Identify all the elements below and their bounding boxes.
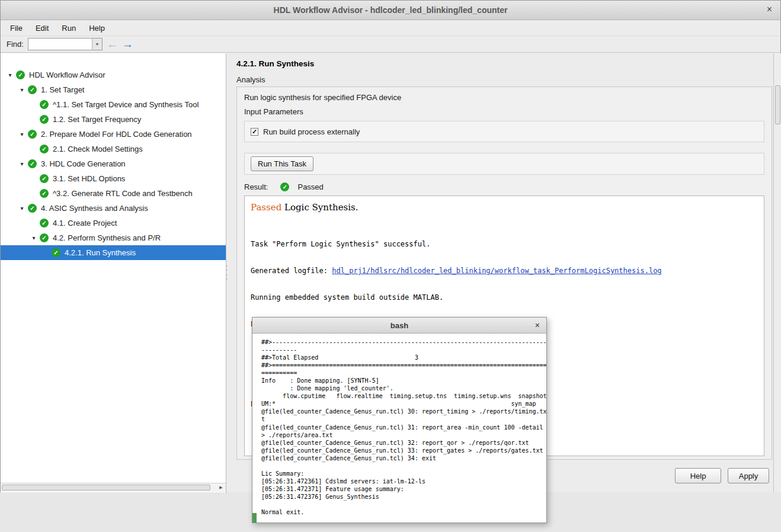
terminal-line: flow.cputime flow.realtime timing.setup.…	[261, 392, 546, 400]
terminal-line: @file(led_counter_Cadence_Genus_run.tcl)…	[261, 424, 546, 431]
apply-button[interactable]: Apply	[728, 468, 769, 483]
logfile-link[interactable]: hdl_prj1/hdlsrc/hdlcoder_led_blinking/wo…	[332, 267, 661, 275]
find-previous-button[interactable]: ←	[107, 39, 118, 50]
scrollbar-thumb[interactable]	[2, 485, 210, 491]
expander-icon[interactable]: ▾	[16, 205, 28, 211]
tree-item[interactable]: ✓2.1. Check Model Settings	[1, 142, 226, 156]
run-this-task-button[interactable]: Run This Task	[251, 156, 313, 171]
terminal-line: Info : Done mapping. [SYNTH-5]	[261, 377, 546, 384]
passed-check-icon: ✓	[40, 219, 49, 227]
terminal-line: [05:26:31.472371] Feature usage summary:	[261, 485, 546, 493]
run-externally-checkbox-label: Run build process externally	[263, 127, 360, 136]
scroll-right-arrow-icon[interactable]: ▶	[217, 484, 225, 491]
task-title: 4.2.1. Run Synthesis	[236, 59, 314, 68]
passed-check-icon: ✓	[52, 248, 60, 257]
tree-item-label: 2.1. Check Model Settings	[53, 145, 143, 153]
tree-item-label: 3.1. Set HDL Options	[53, 174, 125, 183]
terminal-output[interactable]: ##>-------------------------------------…	[252, 334, 546, 523]
terminal-line: @file(led_counter_Cadence_Genus_run.tcl)…	[261, 447, 546, 454]
result-heading-status: Passed	[251, 202, 281, 213]
passed-check-icon: ✓	[28, 204, 37, 213]
help-button[interactable]: Help	[675, 468, 721, 483]
window-close-icon[interactable]: ×	[767, 5, 772, 14]
find-label: Find:	[7, 40, 24, 49]
tree-item-label: 3. HDL Code Generation	[41, 159, 126, 168]
terminal-line	[261, 501, 546, 508]
expander-icon[interactable]: ▾	[16, 131, 28, 137]
tree-item-label: 1.2. Set Target Frequency	[53, 115, 141, 124]
passed-check-icon: ✓	[40, 233, 49, 242]
tree-item[interactable]: ✓1.2. Set Target Frequency	[1, 112, 226, 127]
tree-item[interactable]: ✓4.1. Create Project	[1, 216, 226, 230]
terminal-line: [05:26:31.472376] Genus_Synthesis	[261, 493, 546, 501]
window-titlebar[interactable]: HDL Workflow Advisor - hdlcoder_led_blin…	[1, 1, 780, 20]
tree-item[interactable]: ▾✓HDL Workflow Advisor	[1, 68, 226, 82]
tree-item-label: HDL Workflow Advisor	[29, 70, 105, 79]
terminal-line: > ./reports/area.txt	[261, 431, 546, 439]
expander-icon[interactable]: ▾	[28, 235, 40, 241]
terminal-line	[261, 462, 546, 470]
passed-check-icon: ✓	[28, 85, 37, 94]
result-passed-check-icon: ✓	[280, 182, 289, 191]
tree-item[interactable]: ▾✓1. Set Target	[1, 82, 226, 97]
terminal-titlebar[interactable]: bash ×	[252, 318, 546, 334]
log-line: Running embedded system build outside MA…	[251, 293, 662, 302]
terminal-line: Normal exit.	[261, 508, 546, 516]
find-input[interactable]	[28, 39, 92, 50]
log-line-prefix: Generated logfile:	[251, 267, 332, 275]
terminal-title: bash	[390, 321, 408, 330]
tree-item[interactable]: ✓^3.2. Generate RTL Code and Testbench	[1, 186, 226, 201]
run-externally-checkbox[interactable]: ✓	[251, 128, 258, 136]
terminal-line: ##>=====================================…	[261, 361, 546, 369]
terminal-close-icon[interactable]: ×	[535, 321, 540, 329]
find-dropdown-button[interactable]: ▼	[92, 39, 102, 50]
checkbox-check-icon: ✓	[252, 129, 257, 135]
find-toolbar: Find: ▼ ← →	[1, 36, 780, 53]
menu-edit[interactable]: Edit	[30, 21, 55, 35]
passed-check-icon: ✓	[28, 130, 37, 139]
passed-check-icon: ✓	[40, 115, 49, 124]
tree-item[interactable]: ▾✓3. HDL Code Generation	[1, 156, 226, 171]
chevron-down-icon: ▼	[95, 42, 99, 46]
terminal-line: @file(led_counter_Cadence_Genus_run.tcl)…	[261, 439, 546, 447]
tree-item-label: 1. Set Target	[41, 85, 84, 94]
tree-item[interactable]: ▾✓4.2. Perform Synthesis and P/R	[1, 230, 226, 245]
passed-check-icon: ✓	[16, 70, 25, 79]
bash-terminal-window: bash × ##>------------------------------…	[252, 317, 547, 523]
tree-horizontal-scrollbar[interactable]: ▶	[1, 483, 226, 492]
tree-item-label: 4.2. Perform Synthesis and P/R	[53, 233, 161, 242]
menu-run[interactable]: Run	[56, 21, 82, 35]
tree-item-label: 4.2.1. Run Synthesis	[65, 248, 136, 257]
scrollbar-thumb[interactable]	[775, 85, 780, 124]
expander-icon[interactable]: ▾	[4, 72, 16, 78]
tree-item[interactable]: ▾✓2. Prepare Model For HDL Code Generati…	[1, 127, 226, 142]
tree-item[interactable]: ✓^1.1. Set Target Device and Synthesis T…	[1, 97, 226, 112]
vertical-scrollbar[interactable]	[773, 53, 781, 492]
tree-item-label: 4.1. Create Project	[53, 219, 117, 227]
terminal-line: UM:* syn_map	[261, 400, 546, 408]
result-heading: Passed Logic Synthesis.	[251, 202, 359, 213]
menu-help[interactable]: Help	[83, 21, 111, 35]
tree-item[interactable]: ✓3.1. Set HDL Options	[1, 171, 226, 186]
input-parameters-box: ✓ Run build process externally	[244, 121, 764, 142]
terminal-line: t	[261, 415, 546, 423]
menubar: FileEditRunHelp	[1, 20, 780, 36]
terminal-resize-grip[interactable]	[252, 513, 257, 523]
menu-file[interactable]: File	[4, 21, 28, 35]
terminal-line: ##>Total Elapsed 3	[261, 354, 546, 361]
expander-icon[interactable]: ▾	[16, 161, 28, 167]
tree-item-label: ^3.2. Generate RTL Code and Testbench	[53, 189, 193, 198]
result-heading-text: Logic Synthesis.	[281, 202, 358, 213]
passed-check-icon: ✓	[28, 159, 37, 168]
find-next-button[interactable]: →	[122, 39, 133, 50]
find-combobox[interactable]: ▼	[28, 38, 103, 50]
run-task-box: Run This Task	[244, 153, 764, 175]
passed-check-icon: ✓	[40, 145, 49, 153]
terminal-line: ##>-------------------------------------…	[261, 338, 546, 346]
tree-item[interactable]: ✓4.2.1. Run Synthesis	[1, 245, 226, 260]
tree-item[interactable]: ▾✓4. ASIC Synthesis and Analysis	[1, 201, 226, 216]
analysis-section-label: Analysis	[236, 75, 265, 84]
tree-item-label: 4. ASIC Synthesis and Analysis	[41, 204, 148, 213]
expander-icon[interactable]: ▾	[16, 86, 28, 93]
terminal-line: ==========	[261, 369, 546, 377]
